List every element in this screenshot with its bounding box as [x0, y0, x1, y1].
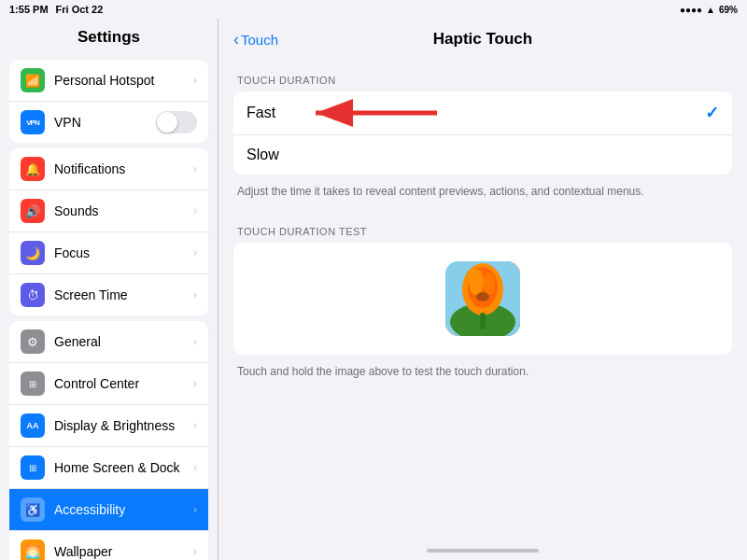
accessibility-icon: ♿ [21, 497, 45, 522]
sidebar-item-homescreen[interactable]: ⊞ Home Screen & Dock › [9, 447, 208, 489]
sidebar-group-2: 🔔 Notifications › 🔊 Sounds › 🌙 Focus › ⏱… [9, 148, 208, 315]
focus-icon: 🌙 [21, 241, 45, 265]
svg-point-6 [469, 269, 484, 295]
sidebar-item-notifications[interactable]: 🔔 Notifications › [9, 148, 208, 190]
sidebar-title: Settings [0, 19, 218, 54]
sidebar-item-vpn[interactable]: VPN VPN [9, 102, 208, 143]
general-icon: ⚙ [21, 329, 45, 354]
screentime-label: Screen Time [54, 287, 184, 302]
touch-test-group [233, 243, 732, 355]
hotspot-label: Personal Hotspot [54, 73, 184, 88]
controlcenter-chevron: › [193, 377, 197, 390]
sounds-chevron: › [193, 204, 197, 217]
toggle-knob [157, 112, 177, 133]
sounds-icon: 🔊 [21, 199, 45, 223]
status-bar: 1:55 PM Fri Oct 22 ●●●● ▲ 69% [0, 0, 747, 19]
general-label: General [54, 334, 184, 349]
fast-checkmark: ✓ [705, 103, 719, 123]
battery-indicator: 69% [719, 5, 738, 15]
vpn-label: VPN [54, 115, 147, 130]
homescreen-icon: ⊞ [21, 455, 45, 480]
wallpaper-chevron: › [193, 545, 197, 558]
accessibility-label: Accessibility [54, 502, 184, 517]
sidebar-item-display[interactable]: AA Display & Brightness › [9, 405, 208, 447]
detail-title: Haptic Touch [433, 30, 532, 49]
sidebar-group-1: 📶 Personal Hotspot › VPN VPN [9, 60, 208, 143]
display-chevron: › [193, 419, 197, 432]
sidebar-item-focus[interactable]: 🌙 Focus › [9, 232, 208, 274]
test-image-container[interactable] [233, 243, 732, 355]
status-right: ●●●● ▲ 69% [680, 5, 738, 15]
touch-test-description: Touch and hold the image above to test t… [233, 358, 732, 391]
home-indicator [427, 549, 539, 553]
focus-chevron: › [193, 246, 197, 259]
fast-row[interactable]: Fast ✓ [233, 91, 732, 135]
flower-svg [445, 261, 520, 336]
sidebar-item-accessibility[interactable]: ♿ Accessibility › [9, 489, 208, 531]
main-container: Settings 📶 Personal Hotspot › VPN VPN 🔔 … [0, 19, 747, 560]
sidebar-item-general[interactable]: ⚙ General › [9, 321, 208, 363]
sidebar: Settings 📶 Personal Hotspot › VPN VPN 🔔 … [0, 19, 218, 560]
detail-content: TOUCH DURATION Fast ✓ [218, 60, 747, 541]
touch-duration-description: Adjust the time it takes to reveal conte… [233, 178, 732, 211]
accessibility-chevron: › [193, 503, 197, 516]
sidebar-item-screentime[interactable]: ⏱ Screen Time › [9, 274, 208, 315]
focus-label: Focus [54, 245, 184, 260]
sidebar-group-3: ⚙ General › ⊞ Control Center › AA Displa… [9, 321, 208, 560]
back-button[interactable]: ‹ Touch [233, 30, 278, 49]
wifi-icon: ▲ [706, 5, 715, 15]
vpn-icon: VPN [21, 110, 45, 134]
screentime-chevron: › [193, 288, 197, 301]
controlcenter-label: Control Center [54, 376, 184, 391]
sidebar-item-wallpaper[interactable]: 🌅 Wallpaper › [9, 531, 208, 560]
sounds-label: Sounds [54, 203, 184, 218]
detail-panel: ‹ Touch Haptic Touch TOUCH DURATION Fast [218, 19, 747, 560]
vpn-toggle[interactable] [156, 111, 197, 133]
home-indicator-area [218, 541, 747, 560]
screentime-icon: ⏱ [21, 283, 45, 307]
hotspot-chevron: › [193, 74, 197, 87]
status-left: 1:55 PM Fri Oct 22 [9, 4, 103, 15]
sidebar-item-controlcenter[interactable]: ⊞ Control Center › [9, 363, 208, 405]
notifications-chevron: › [193, 162, 197, 175]
sidebar-item-sounds[interactable]: 🔊 Sounds › [9, 190, 208, 232]
wallpaper-icon: 🌅 [21, 539, 45, 560]
touch-duration-label: TOUCH DURATION [237, 75, 728, 86]
back-chevron-icon: ‹ [233, 30, 239, 49]
homescreen-label: Home Screen & Dock [54, 460, 184, 475]
hotspot-icon: 📶 [21, 68, 45, 92]
slow-row[interactable]: Slow [233, 135, 732, 175]
display-icon: AA [21, 413, 45, 438]
svg-point-7 [484, 273, 495, 295]
touch-duration-group: Fast ✓ Slow [233, 91, 732, 175]
status-date: Fri Oct 22 [56, 4, 104, 15]
back-label: Touch [241, 32, 278, 48]
slow-label: Slow [247, 147, 719, 163]
notifications-icon: 🔔 [21, 157, 45, 181]
general-chevron: › [193, 335, 197, 348]
svg-rect-9 [480, 313, 486, 329]
notifications-label: Notifications [54, 161, 184, 176]
display-label: Display & Brightness [54, 418, 184, 433]
controlcenter-icon: ⊞ [21, 371, 45, 396]
detail-header: ‹ Touch Haptic Touch [218, 19, 747, 60]
touch-duration-test-label: TOUCH DURATION TEST [237, 226, 728, 237]
wallpaper-label: Wallpaper [54, 544, 184, 559]
red-arrow-icon [308, 99, 439, 127]
svg-point-8 [476, 292, 489, 301]
homescreen-chevron: › [193, 461, 197, 474]
flower-image[interactable] [445, 261, 520, 336]
status-time: 1:55 PM [9, 4, 49, 15]
signal-icon: ●●●● [680, 5, 702, 15]
sidebar-item-hotspot[interactable]: 📶 Personal Hotspot › [9, 60, 208, 102]
